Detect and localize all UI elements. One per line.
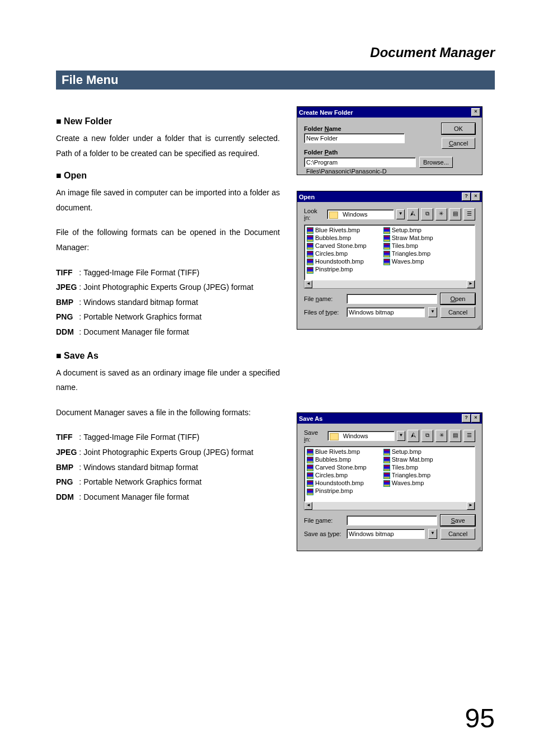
horizontal-scrollbar[interactable]: ◄ ► xyxy=(304,280,475,289)
list-item[interactable]: Carved Stone.bmp xyxy=(307,242,367,250)
dialog-open: Open ? × Look in: Windows ▼ ⮙ ⧉ ✳ ▤ xyxy=(297,191,483,330)
label-files-of-type: Files of type: xyxy=(304,309,343,316)
list-item[interactable]: Tiles.bmp xyxy=(383,242,433,250)
resize-grip-icon[interactable]: ◢ xyxy=(297,546,482,551)
open-button[interactable]: Open xyxy=(441,293,475,304)
text-saveas-1: A document is saved as an ordinary image… xyxy=(56,365,280,395)
list-item[interactable]: Blue Rivets.bmp xyxy=(307,227,367,234)
dialog-save-as: Save As ? × Save in: Windows ▼ ⮙ ⧉ ✳ ▤ xyxy=(297,412,483,551)
scroll-left-icon[interactable]: ◄ xyxy=(305,280,312,288)
dialog-title: Create New Folder xyxy=(299,109,471,116)
dialog-title: Save As xyxy=(299,415,461,422)
chevron-down-icon[interactable]: ▼ xyxy=(428,307,437,317)
chevron-down-icon[interactable]: ▼ xyxy=(396,209,405,219)
subheading-save-as: Save As xyxy=(56,351,280,361)
list-item[interactable]: Waves.bmp xyxy=(383,480,433,487)
close-icon[interactable]: × xyxy=(471,108,480,116)
save-button[interactable]: Save xyxy=(441,515,475,526)
subheading-open: Open xyxy=(56,171,280,181)
label-file-name: File name: xyxy=(304,295,343,302)
subheading-new-folder: New Folder xyxy=(56,116,280,126)
text-saveas-2: Document Manager saves a file in the fol… xyxy=(56,405,280,420)
text-open-2: File of the following formats can be ope… xyxy=(56,225,280,255)
files-of-type-select[interactable]: Windows bitmap xyxy=(346,307,425,317)
list-item[interactable]: Bubbles.bmp xyxy=(307,456,367,463)
resize-grip-icon[interactable]: ◢ xyxy=(297,325,482,329)
list-item[interactable]: Bubbles.bmp xyxy=(307,234,367,242)
label-file-name: File name: xyxy=(304,517,343,524)
file-name-input[interactable] xyxy=(346,515,437,525)
cancel-button[interactable]: Cancel xyxy=(441,307,475,318)
file-list[interactable]: Blue Rivets.bmp Bubbles.bmp Carved Stone… xyxy=(304,446,475,502)
up-one-level-icon[interactable]: ⮙ xyxy=(407,208,419,220)
section-heading: File Menu xyxy=(56,71,495,90)
look-in-select[interactable]: Windows xyxy=(327,209,394,219)
formats-table-open: TIFF:Tagged-Image File Format (TIFF) JPE… xyxy=(56,265,256,340)
file-name-input[interactable] xyxy=(346,294,437,304)
details-view-icon[interactable]: ☰ xyxy=(463,208,475,220)
help-icon[interactable]: ? xyxy=(462,414,471,422)
list-item[interactable]: Waves.bmp xyxy=(383,258,433,265)
list-item[interactable]: Triangles.bmp xyxy=(383,472,433,479)
scroll-right-icon[interactable]: ► xyxy=(467,280,475,288)
list-view-icon[interactable]: ▤ xyxy=(449,208,461,220)
folder-path-input[interactable]: C:\Program Files\Panasonic\Panasonic-D xyxy=(304,157,416,167)
cancel-button[interactable]: Cancel xyxy=(441,528,475,539)
chevron-down-icon[interactable]: ▼ xyxy=(428,529,437,539)
dialog-create-new-folder: Create New Folder × OK Cancel Folder Nam… xyxy=(297,106,483,175)
list-item[interactable]: Setup.bmp xyxy=(383,448,433,456)
close-icon[interactable]: × xyxy=(471,414,480,422)
page-number: 95 xyxy=(465,703,495,734)
save-as-type-select[interactable]: Windows bitmap xyxy=(346,529,425,539)
folder-name-input[interactable]: New Folder xyxy=(304,133,405,143)
list-item[interactable]: Pinstripe.bmp xyxy=(307,487,367,495)
label-save-in: Save in: xyxy=(304,429,325,443)
save-in-select[interactable]: Windows xyxy=(327,431,395,441)
list-item[interactable]: Circles.bmp xyxy=(307,472,367,479)
scroll-right-icon[interactable]: ► xyxy=(467,502,475,510)
dialog-title: Open xyxy=(299,194,461,200)
horizontal-scrollbar[interactable]: ◄ ► xyxy=(304,502,475,510)
scroll-left-icon[interactable]: ◄ xyxy=(305,502,312,510)
list-item[interactable]: Houndstooth.bmp xyxy=(307,258,367,265)
desktop-icon[interactable]: ⧉ xyxy=(421,208,433,220)
list-item[interactable]: Tiles.bmp xyxy=(383,464,433,471)
text-open-1: An image file saved in computer can be i… xyxy=(56,185,280,215)
up-one-level-icon[interactable]: ⮙ xyxy=(407,430,419,442)
list-item[interactable]: Straw Mat.bmp xyxy=(383,234,433,242)
ok-button[interactable]: OK xyxy=(442,123,475,134)
list-item[interactable]: Blue Rivets.bmp xyxy=(307,448,367,456)
new-folder-icon[interactable]: ✳ xyxy=(435,208,447,220)
cancel-button[interactable]: Cancel xyxy=(442,138,475,149)
text-new-folder: Create a new folder under a folder that … xyxy=(56,131,280,161)
browse-button[interactable]: Browse... xyxy=(419,157,453,168)
list-item[interactable]: Triangles.bmp xyxy=(383,250,433,257)
new-folder-icon[interactable]: ✳ xyxy=(435,430,447,442)
help-icon[interactable]: ? xyxy=(462,192,471,201)
label-save-as-type: Save as type: xyxy=(304,530,343,537)
desktop-icon[interactable]: ⧉ xyxy=(421,430,433,442)
list-item[interactable]: Carved Stone.bmp xyxy=(307,464,367,471)
list-item[interactable]: Pinstripe.bmp xyxy=(307,266,367,273)
formats-table-save: TIFF:Tagged-Image File Format (TIFF) JPE… xyxy=(56,430,256,504)
close-icon[interactable]: × xyxy=(471,192,480,201)
page-title: Document Manager xyxy=(56,45,495,60)
list-item[interactable]: Setup.bmp xyxy=(383,227,433,234)
label-look-in: Look in: xyxy=(304,208,325,221)
list-item[interactable]: Houndstooth.bmp xyxy=(307,480,367,487)
label-folder-path: Folder Path xyxy=(304,149,475,156)
file-list[interactable]: Blue Rivets.bmp Bubbles.bmp Carved Stone… xyxy=(304,224,475,280)
details-view-icon[interactable]: ☰ xyxy=(463,430,475,442)
list-item[interactable]: Circles.bmp xyxy=(307,250,367,257)
chevron-down-icon[interactable]: ▼ xyxy=(397,431,405,441)
list-view-icon[interactable]: ▤ xyxy=(449,430,461,442)
list-item[interactable]: Straw Mat.bmp xyxy=(383,456,433,463)
